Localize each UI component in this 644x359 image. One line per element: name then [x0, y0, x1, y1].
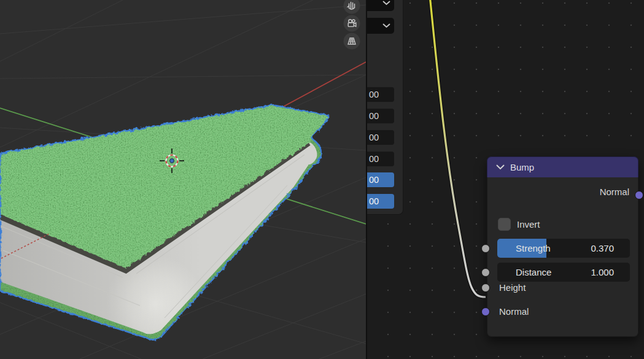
bump-node-header[interactable]: Bump: [487, 156, 638, 177]
camera-view-icon[interactable]: [344, 15, 360, 32]
partial-node-field[interactable]: 00: [367, 152, 394, 166]
object-origin-dot: [170, 159, 174, 163]
height-input-socket[interactable]: [481, 284, 490, 292]
distance-input-socket[interactable]: [481, 268, 490, 277]
partial-node-field[interactable]: 00: [367, 130, 394, 145]
normal-output-label: Normal: [600, 187, 629, 197]
partial-node-dropdown-2[interactable]: [367, 18, 394, 34]
chevron-down-icon: [382, 1, 390, 6]
chevron-down-icon[interactable]: [496, 164, 505, 170]
chevron-down-icon: [382, 23, 390, 28]
viewport-nav-gizmos: [344, 0, 360, 50]
strength-slider[interactable]: Strength 0.370: [497, 239, 630, 258]
bump-node[interactable]: Bump Normal Invert Strength 0.370 Distan…: [487, 156, 638, 337]
3d-viewport[interactable]: [0, 0, 366, 359]
normal-output-socket[interactable]: [635, 191, 643, 199]
book-object[interactable]: [0, 105, 328, 340]
blender-window: 00 00 00 00 00 00 Bump Normal Invert Str…: [0, 0, 644, 359]
bump-node-title: Bump: [510, 162, 534, 172]
distance-value: 1.000: [591, 267, 614, 277]
strength-input-socket[interactable]: [481, 244, 490, 253]
bump-node-body: Normal Invert Strength 0.370 Distance 1.…: [487, 177, 638, 337]
distance-label: Distance: [516, 267, 551, 277]
partial-node[interactable]: 00 00 00 00 00 00: [367, 0, 403, 215]
invert-checkbox[interactable]: [498, 218, 511, 231]
strength-label: Strength: [516, 243, 551, 253]
perspective-grid-icon[interactable]: [344, 33, 360, 50]
pan-hand-icon[interactable]: [344, 0, 360, 14]
partial-node-dropdown-1[interactable]: [367, 0, 394, 11]
strength-value: 0.370: [591, 243, 614, 253]
partial-node-field[interactable]: 00: [367, 87, 394, 102]
normal-input-socket[interactable]: [481, 307, 490, 316]
partial-node-field[interactable]: 00: [367, 109, 394, 123]
viewport-canvas: [0, 0, 366, 359]
normal-input-label: Normal: [499, 303, 529, 321]
partial-node-field-highlighted[interactable]: 00: [367, 172, 394, 187]
invert-label: Invert: [517, 219, 540, 230]
height-input-label: Height: [499, 279, 526, 297]
partial-node-field-highlighted[interactable]: 00: [367, 194, 394, 209]
